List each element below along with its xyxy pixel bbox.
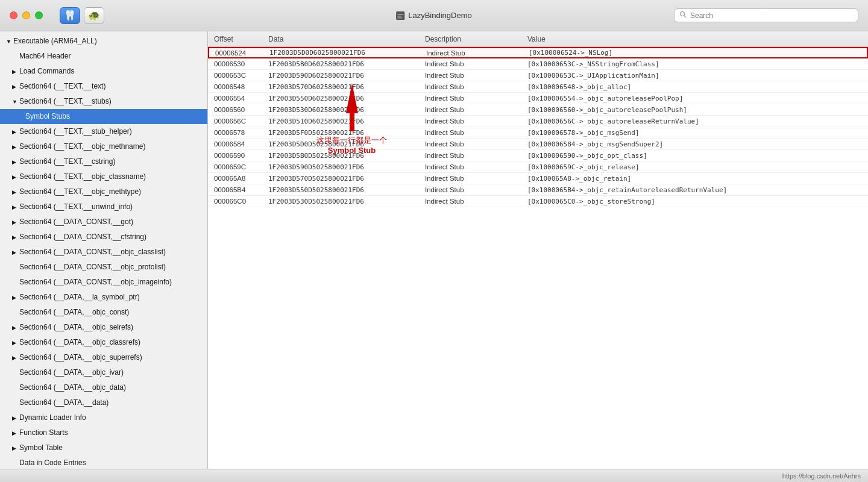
sidebar-item-section64-text-objc-methtype[interactable]: ▶Section64 (__TEXT,__objc_methtype) xyxy=(0,184,207,199)
sidebar-item-section64-text-objc-classname[interactable]: ▶Section64 (__TEXT,__objc_classname) xyxy=(0,169,207,184)
sidebar-item-symbol-table[interactable]: ▶Symbol Table xyxy=(0,440,207,455)
toolbar-button-1[interactable]: 🦷 xyxy=(60,7,80,24)
table-row[interactable]: 0000659C 1F2003D590D5025800021FD6 Indire… xyxy=(208,161,868,173)
table-row[interactable]: 00006548 1F2003D570D6025800021FD6 Indire… xyxy=(208,81,868,93)
svg-rect-2 xyxy=(397,16,401,17)
sidebar: ▼Executable (ARM64_ALL) Mach64 Header▶Lo… xyxy=(0,31,208,469)
cell-data: 1F2003D570D6025800021FD6 xyxy=(268,83,425,91)
cell-data: 1F2003D530D5025800021FD6 xyxy=(268,198,425,205)
table-row[interactable]: 00006584 1F2003D5D0D5025800021FD6 Indire… xyxy=(208,139,868,150)
sidebar-item-section64-data-objc-selrefs[interactable]: ▶Section64 (__DATA,__objc_selrefs) xyxy=(0,320,207,335)
tree-arrow xyxy=(12,261,18,274)
sidebar-item-section64-text-objc-methname[interactable]: ▶Section64 (__TEXT,__objc_methname) xyxy=(0,139,207,154)
tree-arrow: ▶ xyxy=(12,246,18,258)
sidebar-item-section64-data-const-objc-classlist[interactable]: ▶Section64 (__DATA_CONST,__objc_classlis… xyxy=(0,245,207,260)
toolbar-button-2[interactable]: 🐢 xyxy=(84,7,104,24)
app-icon xyxy=(396,11,404,20)
cell-desc: Indirect Stub xyxy=(426,49,529,57)
sidebar-item-section64-text-unwind-info[interactable]: ▶Section64 (__TEXT,__unwind_info) xyxy=(0,199,207,214)
tree-arrow: ▶ xyxy=(12,66,18,78)
tree-arrow: ▶ xyxy=(12,427,18,439)
cell-desc: Indirect Stub xyxy=(425,163,527,171)
tree-arrow: ▶ xyxy=(12,412,18,424)
minimize-button[interactable] xyxy=(22,11,30,19)
sidebar-item-section64-text-text[interactable]: ▶Section64 (__TEXT,__text) xyxy=(0,79,207,94)
status-bar: https://blog.csdn.net/Airhrs xyxy=(0,469,868,482)
cell-value: [0x10000659C->_objc_release] xyxy=(527,163,862,171)
tree-arrow: ▶ xyxy=(12,337,18,349)
sidebar-item-section64-data-la-symbol-ptr[interactable]: ▶Section64 (__DATA,__la_symbol_ptr) xyxy=(0,290,207,305)
tree-arrow: ▶ xyxy=(12,292,18,304)
search-input[interactable] xyxy=(690,11,853,20)
table-row[interactable]: 00006560 1F2003D530D6025800021FD6 Indire… xyxy=(208,104,868,116)
table-row[interactable]: 000065B4 1F2003D550D5025800021FD6 Indire… xyxy=(208,184,868,196)
table-row[interactable]: 000065A8 1F2003D570D5025800021FD6 Indire… xyxy=(208,173,868,184)
cell-desc: Indirect Stub xyxy=(425,117,527,125)
table-row[interactable]: 00006524 1F2003D5D0D6025800021FD6 Indire… xyxy=(208,47,868,58)
cell-offset: 00006524 xyxy=(215,49,269,57)
sidebar-item-section64-data-data[interactable]: Section64 (__DATA,__data) xyxy=(0,395,207,410)
sidebar-item-section64-data-const-got[interactable]: ▶Section64 (__DATA_CONST,__got) xyxy=(0,214,207,230)
sidebar-item-mach64-header[interactable]: Mach64 Header xyxy=(0,49,207,64)
table-row[interactable]: 000065C0 1F2003D530D5025800021FD6 Indire… xyxy=(208,196,868,207)
cell-value: [0x10000653C->_NSStringFromClass] xyxy=(527,60,862,68)
header-offset: Offset xyxy=(214,35,268,43)
cell-value: [0x100006578->_objc_msgSend] xyxy=(527,129,862,137)
table-header: Offset Data Description Value xyxy=(208,31,868,47)
cell-offset: 00006530 xyxy=(214,60,268,67)
cell-offset: 0000659C xyxy=(214,163,268,171)
tree-arrow: ▶ xyxy=(12,141,18,153)
cell-value: [0x10000656C->_objc_autoreleaseReturnVal… xyxy=(527,117,862,125)
cell-data: 1F2003D510D6025800021FD6 xyxy=(268,117,425,125)
sidebar-item-section64-data-objc-ivar[interactable]: Section64 (__DATA,__objc_ivar) xyxy=(0,365,207,380)
sidebar-item-dynamic-loader-info[interactable]: ▶Dynamic Loader Info xyxy=(0,410,207,425)
tree-arrow: ▶ xyxy=(12,126,18,138)
sidebar-item-section64-data-const-objc-protolist[interactable]: Section64 (__DATA_CONST,__objc_protolist… xyxy=(0,260,207,275)
sidebar-item-section64-data-objc-data[interactable]: Section64 (__DATA,__objc_data) xyxy=(0,380,207,395)
sidebar-item-load-commands[interactable]: ▶Load Commands xyxy=(0,64,207,79)
cell-desc: Indirect Stub xyxy=(425,83,527,90)
sidebar-item-section64-data-const-objc-imageinfo[interactable]: Section64 (__DATA_CONST,__objc_imageinfo… xyxy=(0,275,207,290)
cell-value: [0x100065A8->_objc_retain] xyxy=(527,175,862,183)
cell-desc: Indirect Stub xyxy=(425,72,527,79)
cell-value: [0x100006548->_objc_alloc] xyxy=(527,83,862,91)
header-data: Data xyxy=(268,35,425,43)
sidebar-item-section64-text-stub-helper[interactable]: ▶Section64 (__TEXT,__stub_helper) xyxy=(0,124,207,139)
table-row[interactable]: 00006530 1F2003D5B0D6025800021FD6 Indire… xyxy=(208,58,868,70)
tree-arrow xyxy=(12,51,18,63)
sidebar-item-section64-data-objc-superrefs[interactable]: ▶Section64 (__DATA,__objc_superrefs) xyxy=(0,350,207,365)
cell-desc: Indirect Stub xyxy=(425,140,527,148)
sidebar-item-section64-data-objc-classrefs[interactable]: ▶Section64 (__DATA,__objc_classrefs) xyxy=(0,335,207,350)
sidebar-item-section64-text-stubs[interactable]: ▼Section64 (__TEXT,__stubs) xyxy=(0,94,207,109)
cell-data: 1F2003D570D5025800021FD6 xyxy=(268,175,425,183)
maximize-button[interactable] xyxy=(35,11,43,19)
table-row[interactable]: 00006578 1F2003D5F0D5025800021FD6 Indire… xyxy=(208,127,868,139)
tree-arrow xyxy=(18,111,24,123)
cell-offset: 00006584 xyxy=(214,140,268,148)
table-row[interactable]: 00006554 1F2003D550D6025800021FD6 Indire… xyxy=(208,93,868,104)
cell-desc: Indirect Stub xyxy=(425,129,527,136)
tree-arrow: ▼ xyxy=(6,36,12,48)
cell-offset: 00006578 xyxy=(214,129,268,136)
table-row[interactable]: 0000653C 1F2003D590D6025800021FD6 Indire… xyxy=(208,70,868,81)
sidebar-item-section64-text-cstring[interactable]: ▶Section64 (__TEXT,__cstring) xyxy=(0,154,207,169)
tree-arrow: ▼ xyxy=(12,96,18,108)
table-row[interactable]: 00006590 1F2003D5B0D5025800021FD6 Indire… xyxy=(208,150,868,161)
table-body: 00006524 1F2003D5D0D6025800021FD6 Indire… xyxy=(208,47,868,469)
sidebar-item-symbol-stubs[interactable]: Symbol Stubs xyxy=(0,109,207,124)
table-row[interactable]: 0000656C 1F2003D510D6025800021FD6 Indire… xyxy=(208,116,868,127)
cell-data: 1F2003D590D5025800021FD6 xyxy=(268,163,425,171)
sidebar-item-function-starts[interactable]: ▶Function Starts xyxy=(0,425,207,440)
sidebar-item-section64-data-const-cfstring[interactable]: ▶Section64 (__DATA_CONST,__cfstring) xyxy=(0,230,207,245)
sidebar-item-executable[interactable]: ▼Executable (ARM64_ALL) xyxy=(0,34,207,49)
sidebar-item-section64-data-objc-const[interactable]: Section64 (__DATA,__objc_const) xyxy=(0,305,207,320)
cell-offset: 0000656C xyxy=(214,117,268,125)
search-box[interactable] xyxy=(674,8,858,22)
close-button[interactable] xyxy=(10,11,17,19)
cell-offset: 000065B4 xyxy=(214,186,268,193)
sidebar-item-data-in-code[interactable]: Data in Code Entries xyxy=(0,455,207,469)
tree-arrow: ▶ xyxy=(12,171,18,183)
cell-data: 1F2003D5B0D5025800021FD6 xyxy=(268,152,425,160)
cell-offset: 0000653C xyxy=(214,72,268,79)
cell-data: 1F2003D5D0D6025800021FD6 xyxy=(269,49,426,57)
